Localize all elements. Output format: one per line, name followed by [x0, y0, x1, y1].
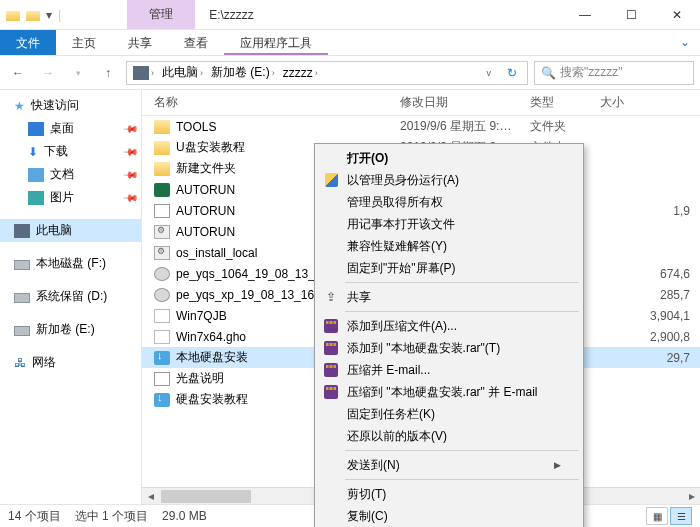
pin-icon: 📌	[123, 189, 139, 205]
desktop-icon	[28, 122, 44, 136]
minimize-button[interactable]: —	[562, 0, 608, 30]
sidebar-documents[interactable]: 文档📌	[0, 163, 141, 186]
search-input[interactable]: 🔍 搜索"zzzzz"	[534, 61, 694, 85]
col-size[interactable]: 大小	[600, 94, 700, 111]
ctx-restore-versions[interactable]: 还原以前的版本(V)	[317, 425, 581, 447]
file-icon	[154, 288, 170, 302]
status-selected: 选中 1 个项目	[75, 508, 148, 525]
crumb-folder[interactable]: zzzzz	[283, 66, 313, 80]
sidebar-drive-d[interactable]: 系统保留 (D:)	[0, 285, 141, 308]
ctx-compress-email[interactable]: 压缩并 E-mail...	[317, 359, 581, 381]
sidebar-network[interactable]: 🖧网络	[0, 351, 141, 374]
sidebar-desktop[interactable]: 桌面📌	[0, 117, 141, 140]
scroll-thumb[interactable]	[161, 490, 251, 503]
quick-access-toolbar: ▾ |	[0, 8, 67, 22]
col-type[interactable]: 类型	[530, 94, 600, 111]
view-thumbnails-button[interactable]: ▦	[646, 507, 668, 525]
rar-icon	[323, 340, 339, 356]
file-size: 3,904,1	[600, 309, 700, 323]
window-title: E:\zzzzz	[195, 8, 268, 22]
back-button[interactable]: ←	[6, 61, 30, 85]
file-icon	[154, 351, 170, 365]
pin-icon: 📌	[123, 120, 139, 136]
ctx-run-as-admin[interactable]: 以管理员身份运行(A)	[317, 169, 581, 191]
sidebar-pictures[interactable]: 图片📌	[0, 186, 141, 209]
tab-home[interactable]: 主页	[56, 30, 112, 55]
scroll-left-icon[interactable]: ◂	[142, 489, 159, 503]
tab-app-tools[interactable]: 应用程序工具	[224, 30, 328, 55]
view-details-button[interactable]: ☰	[670, 507, 692, 525]
sidebar-quick-access[interactable]: ★快速访问	[0, 94, 141, 117]
navigation-bar: ← → ▾ ↑ › 此电脑 › 新加卷 (E:) › zzzzz › v ↻ 🔍…	[0, 56, 700, 90]
ctx-copy[interactable]: 复制(C)	[317, 505, 581, 527]
tab-share[interactable]: 共享	[112, 30, 168, 55]
sidebar-downloads[interactable]: ⬇下载📌	[0, 140, 141, 163]
file-icon	[154, 393, 170, 407]
ctx-send-to[interactable]: 发送到(N)▶	[317, 454, 581, 476]
col-date[interactable]: 修改日期	[400, 94, 530, 111]
forward-button[interactable]: →	[36, 61, 60, 85]
titlebar: ▾ | 管理 E:\zzzzz — ☐ ✕	[0, 0, 700, 30]
folder-icon[interactable]	[26, 11, 40, 21]
pictures-icon	[28, 191, 44, 205]
ctx-take-ownership[interactable]: 管理员取得所有权	[317, 191, 581, 213]
file-name: AUTORUN	[176, 204, 235, 218]
rar-icon	[323, 384, 339, 400]
up-button[interactable]: ↑	[96, 61, 120, 85]
close-button[interactable]: ✕	[654, 0, 700, 30]
addr-dropdown-icon[interactable]: v	[479, 68, 500, 78]
sidebar-drive-f[interactable]: 本地磁盘 (F:)	[0, 252, 141, 275]
pin-icon: 📌	[123, 143, 139, 159]
file-icon	[154, 225, 170, 239]
ribbon-tabs: 文件 主页 共享 查看 应用程序工具 ⌄	[0, 30, 700, 56]
file-size: 285,7	[600, 288, 700, 302]
ctx-open[interactable]: 打开(O)	[317, 147, 581, 169]
drive-icon	[14, 260, 30, 270]
search-placeholder: 搜索"zzzzz"	[560, 64, 623, 81]
file-icon	[154, 372, 170, 386]
file-name: Win7QJB	[176, 309, 227, 323]
file-name: 本地硬盘安装	[176, 349, 248, 366]
ctx-compat-troubleshoot[interactable]: 兼容性疑难解答(Y)	[317, 235, 581, 257]
ctx-pin-start[interactable]: 固定到"开始"屏幕(P)	[317, 257, 581, 279]
file-icon	[154, 204, 170, 218]
crumb-drive[interactable]: 新加卷 (E:)	[211, 64, 270, 81]
file-name: 硬盘安装教程	[176, 391, 248, 408]
folder-icon[interactable]	[6, 11, 20, 21]
ctx-pin-taskbar[interactable]: 固定到任务栏(K)	[317, 403, 581, 425]
download-icon: ⬇	[28, 145, 38, 159]
file-date: 2019/9/6 星期五 9:…	[400, 118, 530, 135]
tab-view[interactable]: 查看	[168, 30, 224, 55]
col-name[interactable]: 名称	[142, 94, 400, 111]
file-row[interactable]: TOOLS2019/9/6 星期五 9:…文件夹	[142, 116, 700, 137]
pc-icon	[133, 66, 149, 80]
ctx-compress-email-named[interactable]: 压缩到 "本地硬盘安装.rar" 并 E-mail	[317, 381, 581, 403]
sidebar-drive-e[interactable]: 新加卷 (E:)	[0, 318, 141, 341]
ctx-add-rar[interactable]: 添加到压缩文件(A)...	[317, 315, 581, 337]
recent-dropdown[interactable]: ▾	[66, 61, 90, 85]
ribbon-expand-icon[interactable]: ⌄	[670, 30, 700, 55]
status-item-count: 14 个项目	[8, 508, 61, 525]
ctx-add-rar-named[interactable]: 添加到 "本地硬盘安装.rar"(T)	[317, 337, 581, 359]
star-icon: ★	[14, 99, 25, 113]
file-name: AUTORUN	[176, 225, 235, 239]
ctx-cut[interactable]: 剪切(T)	[317, 483, 581, 505]
ribbon-context-tab[interactable]: 管理	[127, 0, 195, 29]
sidebar-this-pc[interactable]: 此电脑	[0, 219, 141, 242]
tab-file[interactable]: 文件	[0, 30, 56, 55]
refresh-icon[interactable]: ↻	[499, 66, 525, 80]
qat-dropdown-icon[interactable]: ▾	[46, 8, 52, 22]
file-size: 674,6	[600, 267, 700, 281]
network-icon: 🖧	[14, 356, 26, 370]
crumb-thispc[interactable]: 此电脑	[162, 64, 198, 81]
drive-icon	[14, 293, 30, 303]
ctx-share[interactable]: ⇪共享	[317, 286, 581, 308]
file-name: 光盘说明	[176, 370, 224, 387]
ctx-open-notepad[interactable]: 用记事本打开该文件	[317, 213, 581, 235]
maximize-button[interactable]: ☐	[608, 0, 654, 30]
address-bar[interactable]: › 此电脑 › 新加卷 (E:) › zzzzz › v ↻	[126, 61, 528, 85]
file-name: pe_yqs_1064_19_08_13_1…	[176, 267, 333, 281]
file-name: AUTORUN	[176, 183, 235, 197]
file-size: 1,9	[600, 204, 700, 218]
scroll-right-icon[interactable]: ▸	[683, 489, 700, 503]
